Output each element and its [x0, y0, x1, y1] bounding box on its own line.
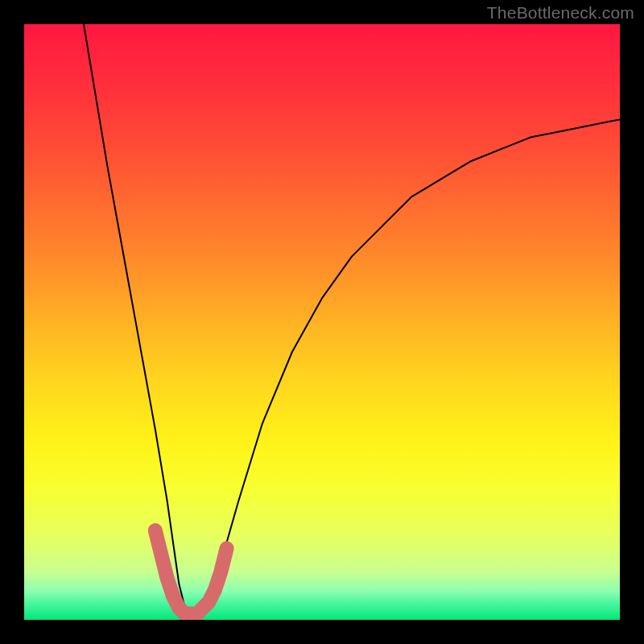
chart-svg [24, 24, 620, 620]
gradient-background [24, 24, 620, 620]
plot-area [24, 24, 620, 620]
outer-frame: TheBottleneck.com [0, 0, 644, 644]
watermark-text: TheBottleneck.com [487, 3, 634, 23]
